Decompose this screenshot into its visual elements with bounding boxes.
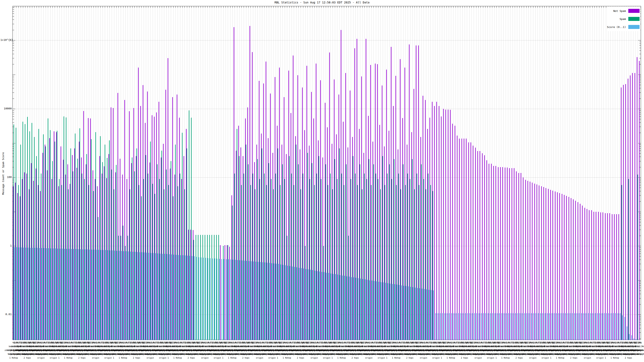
bar-score — [479, 313, 480, 340]
y-axis-tick — [13, 50, 14, 51]
bar-not-spam — [496, 166, 496, 340]
y-axis-tick — [13, 64, 14, 64]
bar-not-spam — [470, 142, 471, 340]
bar-score — [290, 266, 290, 340]
top-tick — [472, 6, 472, 8]
bar-score — [486, 313, 486, 340]
bar-score — [510, 313, 511, 340]
bar-not-spam — [528, 181, 528, 340]
top-tick — [369, 6, 369, 8]
vertical-gridline — [442, 6, 442, 340]
bar-score — [306, 269, 306, 340]
bar-score — [119, 251, 120, 340]
vertical-gridline — [520, 6, 520, 340]
top-tick — [408, 6, 408, 8]
top-tick — [351, 6, 351, 8]
bar-score — [169, 254, 170, 340]
bar-score — [214, 258, 215, 340]
bar-not-spam — [516, 171, 516, 340]
legend-label-not-spam: Not Spam — [613, 9, 626, 12]
top-tick — [128, 6, 128, 8]
bar-score — [135, 252, 136, 340]
vertical-gridline — [478, 6, 478, 340]
bar-not-spam — [502, 167, 503, 340]
vertical-gridline — [462, 6, 463, 340]
top-tick — [221, 6, 221, 8]
bar-not-spam — [448, 110, 448, 340]
bar-score — [144, 252, 144, 340]
bar-not-spam — [566, 196, 567, 340]
bar-not-spam — [580, 204, 580, 340]
bar-score — [87, 249, 88, 340]
top-tick — [417, 6, 417, 8]
bar-not-spam — [596, 212, 596, 340]
x-tick-label: 2 hops — [352, 356, 359, 360]
x-tick-label: 1 Hohop — [446, 356, 455, 360]
top-tick — [328, 6, 328, 8]
top-tick — [292, 6, 292, 8]
bar-score — [148, 253, 149, 340]
y-axis-tick — [13, 42, 14, 42]
bar-not-spam — [539, 185, 539, 340]
bar-score — [217, 259, 217, 340]
bar-score — [121, 251, 122, 340]
top-tick — [139, 6, 139, 8]
bar-score — [237, 260, 238, 340]
vertical-gridline — [460, 6, 460, 340]
bar-score — [476, 313, 477, 340]
top-tick — [21, 6, 21, 8]
top-tick — [419, 6, 420, 8]
bar-score — [285, 265, 286, 340]
bar-score — [351, 277, 352, 340]
y-axis-tick — [13, 7, 14, 8]
bar-score — [292, 267, 292, 340]
top-tick — [184, 6, 185, 8]
top-tick — [317, 6, 317, 8]
bar-score — [588, 313, 589, 340]
bar-not-spam — [224, 245, 225, 340]
bar-score — [458, 313, 459, 340]
bar-score — [301, 268, 302, 340]
bar-score — [92, 250, 92, 340]
top-tick — [28, 6, 28, 8]
top-tick — [34, 6, 34, 8]
bar-score — [100, 250, 101, 340]
top-tick — [574, 6, 574, 8]
top-tick — [572, 6, 572, 8]
vertical-gridline — [506, 6, 506, 340]
top-tick — [512, 6, 513, 8]
bar-score — [96, 250, 97, 340]
bar-not-spam — [616, 214, 617, 340]
vertical-gridline — [617, 6, 618, 340]
y-axis-tick — [13, 45, 14, 46]
vertical-gridline — [538, 6, 538, 340]
top-tick — [260, 6, 260, 8]
top-tick — [451, 6, 451, 8]
top-tick — [480, 6, 481, 8]
bar-not-spam — [462, 139, 462, 340]
bar-not-spam — [600, 212, 601, 340]
horizontal-gridline — [13, 40, 641, 40]
bar-score — [303, 269, 304, 340]
top-tick — [114, 6, 114, 8]
top-tick — [262, 6, 262, 8]
legend: Not Spam Spam Score (0..1) — [606, 6, 640, 31]
bar-score — [563, 313, 564, 340]
bar-score — [394, 284, 395, 340]
bar-score — [108, 250, 108, 340]
bar-score — [82, 249, 83, 340]
top-tick — [182, 6, 182, 8]
vertical-gridline — [465, 6, 465, 340]
legend-row-spam: Spam — [607, 15, 640, 23]
top-tick — [435, 6, 435, 8]
top-tick — [406, 6, 406, 8]
vertical-gridline — [597, 6, 597, 340]
bar-not-spam — [477, 151, 478, 340]
bar-not-spam — [512, 168, 512, 340]
bar-score — [374, 281, 374, 340]
vertical-gridline — [563, 6, 563, 340]
bar-score — [624, 317, 625, 340]
bar-score — [449, 313, 450, 340]
bar-score — [226, 259, 226, 340]
top-tick — [189, 6, 190, 8]
